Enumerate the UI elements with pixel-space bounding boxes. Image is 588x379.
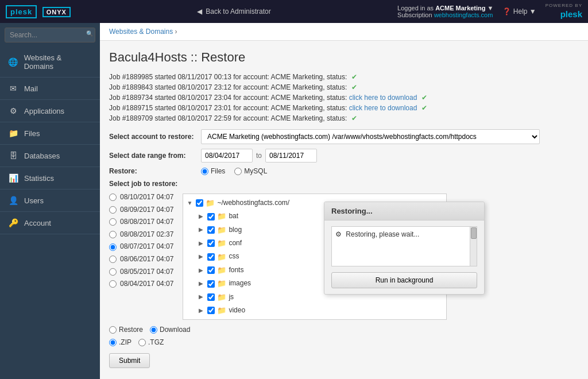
expand-conf[interactable]: ▶ <box>197 238 205 249</box>
date-control: to <box>201 149 317 163</box>
date-from-input[interactable] <box>201 149 253 163</box>
subscription-label: Subscription <box>397 11 432 18</box>
download-link-1[interactable]: click here to download <box>349 94 417 102</box>
sidebar-item-applications[interactable]: ⚙ Applications <box>0 100 100 122</box>
css-checkbox[interactable] <box>207 253 215 261</box>
job-radio-2[interactable] <box>109 206 117 214</box>
search-input[interactable] <box>5 28 95 42</box>
expand-fonts[interactable]: ▶ <box>197 265 205 276</box>
job-item-2: 08/09/2017 04:07 <box>109 204 173 216</box>
logged-in-label: Logged in as <box>397 5 434 11</box>
submit-button[interactable]: Submit <box>109 353 150 368</box>
files-radio[interactable] <box>201 168 208 175</box>
job-radio-8[interactable] <box>109 280 117 288</box>
account-select[interactable]: ACME Marketing (webhostingfacts.com) /va… <box>201 129 540 144</box>
sidebar-item-files-label: Files <box>24 129 40 138</box>
date-to-input[interactable] <box>265 149 317 163</box>
root-folder-icon: 📁 <box>206 196 215 210</box>
blog-checkbox[interactable] <box>207 226 215 234</box>
job-item-8: 08/04/2017 04:07 <box>109 278 173 291</box>
sidebar-item-account[interactable]: 🔑 Account <box>0 212 100 234</box>
scroll-thumb[interactable] <box>471 227 477 239</box>
sidebar-item-mail-label: Mail <box>24 84 38 93</box>
video-folder-icon: 📁 <box>217 304 226 317</box>
expand-css[interactable]: ▶ <box>197 252 205 262</box>
restore-radio[interactable] <box>109 326 117 334</box>
restore-option[interactable]: Restore <box>109 326 143 334</box>
account-name[interactable]: ACME Marketing <box>435 5 485 11</box>
files-option[interactable]: Files <box>201 167 225 175</box>
root-label: ~/webhostingfacts.com/ <box>217 197 289 210</box>
sidebar-item-files[interactable]: 📁 Files <box>0 122 100 145</box>
fonts-checkbox[interactable] <box>207 266 215 274</box>
check-icon-4: ✔ <box>421 104 427 112</box>
header: plesk ONYX ◀ Back to Administrator Logge… <box>0 0 588 23</box>
images-folder-icon: 📁 <box>217 277 226 290</box>
restore-options: Files MySQL <box>201 167 267 175</box>
job-radio-5[interactable] <box>109 243 117 251</box>
dropdown-icon[interactable]: ▼ <box>488 5 494 11</box>
job-id-4: 1889715 <box>126 104 153 112</box>
bat-checkbox[interactable] <box>207 213 215 221</box>
files-icon: 📁 <box>8 129 18 138</box>
plesk-brand-name: plesk <box>546 9 582 20</box>
job-radio-1[interactable] <box>109 194 117 201</box>
mysql-option[interactable]: MySQL <box>234 167 267 175</box>
mysql-label: MySQL <box>244 167 267 175</box>
select-job-label: Select job to restore: <box>109 180 579 188</box>
breadcrumb-link[interactable]: Websites & Domains <box>109 28 173 36</box>
job-item-5: 08/07/2017 04:07 <box>109 241 173 253</box>
restoring-message: Restoring, please wait... <box>346 230 419 238</box>
video-checkbox[interactable] <box>207 307 215 314</box>
sidebar-item-mail[interactable]: ✉ Mail <box>0 78 100 100</box>
layout: 🌐 Websites & Domains ✉ Mail ⚙ Applicatio… <box>0 23 588 379</box>
restoring-title: Restoring... <box>324 202 484 221</box>
tgz-option[interactable]: .TGZ <box>138 338 164 346</box>
zip-option[interactable]: .ZIP <box>109 338 131 346</box>
download-option[interactable]: Download <box>150 326 190 334</box>
images-checkbox[interactable] <box>207 280 215 288</box>
restore-option-label: Restore <box>119 326 143 334</box>
check-icon-1: ✔ <box>351 73 357 81</box>
date-range-row: Select date range from: to <box>109 149 579 163</box>
job-id-3: 1889734 <box>126 94 153 102</box>
help-btn[interactable]: ❓ Help ▼ <box>502 7 536 16</box>
search-box <box>0 23 100 47</box>
run-background-button[interactable]: Run in background <box>331 272 477 288</box>
htaccess-check-icon: ✔ <box>207 318 213 320</box>
back-to-admin-link[interactable]: Back to Administrator <box>206 7 270 16</box>
js-checkbox[interactable] <box>207 293 215 301</box>
subscription-site[interactable]: webhostingfacts.com <box>434 11 493 18</box>
job-radio-7[interactable] <box>109 268 117 276</box>
download-radio[interactable] <box>150 326 157 334</box>
job-radio-3[interactable] <box>109 218 117 226</box>
fonts-label: fonts <box>229 264 243 277</box>
sidebar-item-databases[interactable]: 🗄 Databases <box>0 145 100 167</box>
sidebar-item-statistics[interactable]: 📊 Statistics <box>0 167 100 190</box>
expand-js[interactable]: ▶ <box>197 292 205 302</box>
expand-blog[interactable]: ▶ <box>197 225 205 235</box>
expand-root[interactable]: ▼ <box>185 198 194 208</box>
mysql-radio[interactable] <box>234 168 242 175</box>
expand-video[interactable]: ▶ <box>197 305 205 316</box>
tgz-radio[interactable] <box>138 339 146 346</box>
header-right: Logged in as ACME Marketing ▼ Subscripti… <box>397 3 582 20</box>
main-content: Websites & Domains › Bacula4Hosts :: Res… <box>100 23 588 379</box>
zip-radio[interactable] <box>109 339 117 346</box>
expand-bat[interactable]: ▶ <box>197 211 205 222</box>
breadcrumb-sep: › <box>175 28 177 36</box>
check-icon-2: ✔ <box>351 83 357 91</box>
sidebar-item-users[interactable]: 👤 Users <box>0 190 100 212</box>
job-radio-6[interactable] <box>109 256 117 263</box>
download-link-2[interactable]: click here to download <box>349 104 417 112</box>
sidebar-item-websites[interactable]: 🌐 Websites & Domains <box>0 47 100 78</box>
job-list-section: 08/10/2017 04:07 08/09/2017 04:07 08/08/… <box>109 191 173 320</box>
expand-images[interactable]: ▶ <box>197 279 205 289</box>
conf-checkbox[interactable] <box>207 239 215 247</box>
job-radio-4[interactable] <box>109 231 117 238</box>
htaccess-file-icon: 📄 <box>225 318 233 320</box>
css-folder-icon: 📁 <box>217 250 226 264</box>
job-item-1: 08/10/2017 04:07 <box>109 191 173 204</box>
job-id-5: 1889709 <box>126 114 153 122</box>
root-checkbox[interactable] <box>196 199 203 207</box>
